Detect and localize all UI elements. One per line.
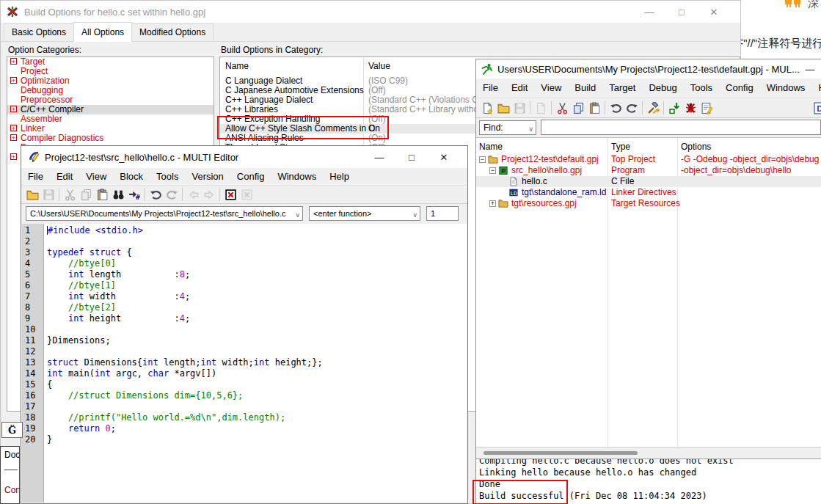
tree-header-options[interactable]: Options [681,142,711,152]
redo-button[interactable] [624,100,640,116]
category-item-compiler-diagnostics[interactable]: +Compiler Diagnostics [7,134,214,143]
menu-config[interactable]: Config [719,78,760,98]
new-file-button[interactable] [479,100,495,116]
editor-close-button[interactable]: ✕ [428,152,467,163]
code-line-16[interactable]: //struct Dimensions dim={10,5,6}; [47,390,467,401]
code-line-13[interactable]: struct Dimensions{int length;int width;i… [47,357,467,368]
menu-block[interactable]: Block [113,168,150,185]
dialog-minimize-button[interactable]: — [633,7,665,18]
connect-button[interactable] [666,100,682,116]
code-line-4[interactable]: //btye[0] [47,258,467,269]
back-button[interactable] [185,186,201,202]
code-line-7[interactable]: int width :4; [47,291,467,302]
code-line-6[interactable]: //btye[1] [47,280,467,291]
project-tree[interactable]: Name Type Options −Project12-test\defaul… [476,137,821,447]
find-input[interactable] [541,120,821,135]
code-line-18[interactable]: //printf("Hello world.=%d\n",dim.length)… [47,412,467,423]
expand-toggle-icon[interactable]: + [10,58,17,65]
menu-file[interactable]: File [21,168,50,185]
dialog-titlebar[interactable]: Build Options for hello.c set within hel… [1,1,740,23]
copy-doc-button[interactable] [533,100,549,116]
code-line-1[interactable]: #include <stdio.h> [47,225,467,236]
expand-toggle-icon[interactable]: + [10,153,17,160]
redo-button[interactable] [164,186,180,202]
menu-help[interactable]: Help [811,78,821,98]
build-button[interactable] [645,100,661,116]
code-editor-area[interactable]: 1 2 3 4 5 6 7 8 9 10 11 12 13 14 15 16 1… [22,224,467,503]
editor-minimize-button[interactable]: — [363,152,395,163]
tree-header-name[interactable]: Name [479,142,503,152]
copy-button[interactable] [570,100,586,116]
line-number-box[interactable]: 1 [426,206,459,221]
code-line-15[interactable]: { [47,379,467,390]
menu-help[interactable]: Help [323,168,356,185]
editor-titlebar[interactable]: Project12-test\src_hello\hello.c - MULTI… [21,146,467,168]
tree-row-src-hello-hello-gpj[interactable]: −Psrc_hello\hello.gpjProgram-object_dir=… [476,165,821,176]
code-line-10[interactable] [47,324,467,335]
forward-button[interactable] [201,186,217,202]
expand-toggle-icon[interactable]: + [10,134,17,141]
menu-windows[interactable]: Windows [271,168,323,185]
code-line-5[interactable]: int length :8; [47,269,467,280]
tab-basic-options[interactable]: Basic Options [4,23,74,41]
save-button[interactable] [40,186,56,202]
menu-edit[interactable]: Edit [505,78,534,98]
expand-toggle-icon[interactable]: + [10,106,17,112]
tree-row-tgt-standalone-ram-ld[interactable]: LDtgt\standalone_ram.ldLinker Directives [476,187,821,198]
project-titlebar[interactable]: Users\USER\Documents\My Projects\Project… [476,59,821,78]
tree-header-type[interactable]: Type [611,142,630,152]
partial-d-button[interactable]: D [811,100,821,116]
tab-all-options[interactable]: All Options [73,22,132,42]
expand-toggle-icon[interactable]: + [10,125,17,131]
table-header-name[interactable]: Name [225,61,249,71]
find-button[interactable] [110,186,126,202]
tree-row-tgt-resources-gpj[interactable]: +tgt\resources.gpjTarget Resources [476,198,821,209]
scrollbar-thumb[interactable] [484,451,638,455]
copy-button[interactable] [78,186,94,202]
close-doc-button[interactable] [222,186,238,202]
menu-build[interactable]: Build [568,78,602,98]
function-combo[interactable]: <enter function>∨ [309,206,420,221]
menu-target[interactable]: Target [602,78,642,98]
folder-open-button[interactable] [24,186,40,202]
menu-view[interactable]: View [79,168,113,185]
expand-toggle-icon[interactable]: + [489,200,496,207]
menu-debug[interactable]: Debug [642,78,683,98]
undo-button[interactable] [607,100,624,116]
code-line-19[interactable]: return 0; [47,423,467,434]
undo-button[interactable] [147,186,164,202]
code-line-17[interactable] [47,401,467,412]
expand-toggle-icon[interactable]: − [479,156,486,163]
save-button[interactable] [511,100,528,116]
code-line-12[interactable] [47,346,467,357]
menu-tools[interactable]: Tools [150,168,185,185]
code-line-9[interactable]: int height :4; [47,313,467,324]
code-line-2[interactable] [47,236,467,247]
find-combo[interactable]: Find:∨ [479,120,536,135]
close-doc-gray-button[interactable] [238,186,255,202]
menu-file[interactable]: File [476,78,505,98]
cut-button[interactable] [62,186,78,202]
cut-button[interactable] [554,100,570,116]
paste-button[interactable] [586,100,602,116]
project-minimize-button[interactable]: — [799,64,821,75]
tree-row-hello-c[interactable]: hello.cC File [476,176,821,187]
code-line-8[interactable]: //btye[2] [47,302,467,313]
dialog-maximize-button[interactable]: □ [665,7,698,18]
menu-config[interactable]: Config [230,168,271,185]
paste-button[interactable] [94,186,110,202]
tree-horizontal-scrollbar[interactable] [476,447,821,459]
code-line-20[interactable]: } [47,434,467,445]
dialog-close-button[interactable]: ✕ [698,7,740,18]
tree-row-project12-test-default-gpj[interactable]: −Project12-test\default.gpjTop Project-G… [476,154,821,165]
menu-tools[interactable]: Tools [684,78,719,98]
code-line-3[interactable]: typedef struct { [47,247,467,258]
code-line-14[interactable]: int main(int argc, char *argv[]) [47,368,467,379]
tab-modified-options[interactable]: Modified Options [131,23,214,41]
editor-maximize-button[interactable]: □ [395,152,428,163]
table-header-value[interactable]: Value [368,61,390,71]
folder-open-button[interactable] [495,100,511,116]
file-path-combo[interactable]: C:\Users\USER\Documents\My Projects\Proj… [26,206,303,221]
menu-version[interactable]: Version [185,168,230,185]
expand-toggle-icon[interactable]: − [489,167,496,174]
